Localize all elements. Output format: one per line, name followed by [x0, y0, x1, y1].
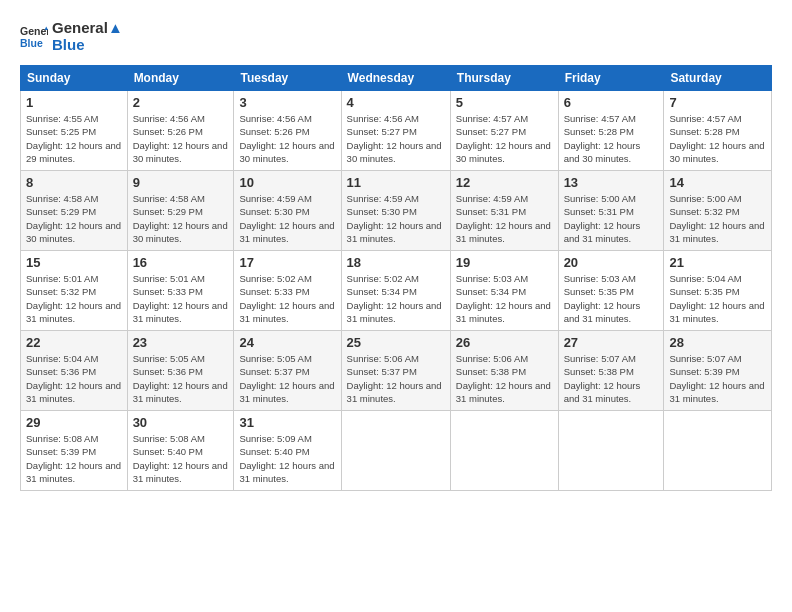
sunrise-label: Sunrise: 5:08 AM — [133, 433, 205, 444]
daylight-label: Daylight: 12 hours and 31 minutes. — [347, 220, 442, 244]
day-info: Sunrise: 5:05 AM Sunset: 5:36 PM Dayligh… — [133, 352, 229, 405]
sunrise-label: Sunrise: 5:02 AM — [347, 273, 419, 284]
sunrise-label: Sunrise: 4:59 AM — [347, 193, 419, 204]
sunrise-label: Sunrise: 4:57 AM — [456, 113, 528, 124]
calendar-cell — [558, 411, 664, 491]
calendar-body: 1 Sunrise: 4:55 AM Sunset: 5:25 PM Dayli… — [21, 91, 772, 491]
sunset-label: Sunset: 5:35 PM — [564, 286, 634, 297]
calendar-cell — [341, 411, 450, 491]
sunrise-label: Sunrise: 5:05 AM — [239, 353, 311, 364]
sunrise-label: Sunrise: 5:08 AM — [26, 433, 98, 444]
sunrise-label: Sunrise: 4:58 AM — [26, 193, 98, 204]
calendar-cell: 23 Sunrise: 5:05 AM Sunset: 5:36 PM Dayl… — [127, 331, 234, 411]
weekday-header-cell: Sunday — [21, 66, 128, 91]
day-info: Sunrise: 5:00 AM Sunset: 5:32 PM Dayligh… — [669, 192, 766, 245]
daylight-label: Daylight: 12 hours and 31 minutes. — [456, 220, 551, 244]
day-number: 8 — [26, 175, 122, 190]
sunset-label: Sunset: 5:38 PM — [564, 366, 634, 377]
daylight-label: Daylight: 12 hours and 29 minutes. — [26, 140, 121, 164]
sunrise-label: Sunrise: 5:01 AM — [26, 273, 98, 284]
calendar-row: 22 Sunrise: 5:04 AM Sunset: 5:36 PM Dayl… — [21, 331, 772, 411]
sunrise-label: Sunrise: 4:55 AM — [26, 113, 98, 124]
sunrise-label: Sunrise: 5:06 AM — [456, 353, 528, 364]
day-info: Sunrise: 5:01 AM Sunset: 5:32 PM Dayligh… — [26, 272, 122, 325]
sunset-label: Sunset: 5:26 PM — [239, 126, 309, 137]
day-number: 18 — [347, 255, 445, 270]
calendar-cell: 29 Sunrise: 5:08 AM Sunset: 5:39 PM Dayl… — [21, 411, 128, 491]
daylight-label: Daylight: 12 hours and 31 minutes. — [26, 300, 121, 324]
day-number: 17 — [239, 255, 335, 270]
daylight-label: Daylight: 12 hours and 31 minutes. — [133, 300, 228, 324]
calendar-cell: 15 Sunrise: 5:01 AM Sunset: 5:32 PM Dayl… — [21, 251, 128, 331]
sunset-label: Sunset: 5:37 PM — [347, 366, 417, 377]
calendar-cell: 25 Sunrise: 5:06 AM Sunset: 5:37 PM Dayl… — [341, 331, 450, 411]
sunset-label: Sunset: 5:36 PM — [133, 366, 203, 377]
day-number: 3 — [239, 95, 335, 110]
daylight-label: Daylight: 12 hours and 31 minutes. — [456, 300, 551, 324]
sunrise-label: Sunrise: 5:04 AM — [669, 273, 741, 284]
daylight-label: Daylight: 12 hours and 31 minutes. — [239, 220, 334, 244]
calendar-cell: 6 Sunrise: 4:57 AM Sunset: 5:28 PM Dayli… — [558, 91, 664, 171]
calendar-cell: 4 Sunrise: 4:56 AM Sunset: 5:27 PM Dayli… — [341, 91, 450, 171]
calendar-cell: 16 Sunrise: 5:01 AM Sunset: 5:33 PM Dayl… — [127, 251, 234, 331]
calendar-cell: 5 Sunrise: 4:57 AM Sunset: 5:27 PM Dayli… — [450, 91, 558, 171]
sunrise-label: Sunrise: 5:06 AM — [347, 353, 419, 364]
logo-text: General▲ Blue — [52, 20, 123, 53]
calendar-cell: 8 Sunrise: 4:58 AM Sunset: 5:29 PM Dayli… — [21, 171, 128, 251]
calendar-cell: 1 Sunrise: 4:55 AM Sunset: 5:25 PM Dayli… — [21, 91, 128, 171]
day-info: Sunrise: 4:57 AM Sunset: 5:27 PM Dayligh… — [456, 112, 553, 165]
calendar-cell: 24 Sunrise: 5:05 AM Sunset: 5:37 PM Dayl… — [234, 331, 341, 411]
sunrise-label: Sunrise: 5:07 AM — [669, 353, 741, 364]
calendar-cell: 14 Sunrise: 5:00 AM Sunset: 5:32 PM Dayl… — [664, 171, 772, 251]
sunrise-label: Sunrise: 4:57 AM — [669, 113, 741, 124]
sunrise-label: Sunrise: 5:00 AM — [564, 193, 636, 204]
day-number: 11 — [347, 175, 445, 190]
day-number: 25 — [347, 335, 445, 350]
weekday-header-cell: Friday — [558, 66, 664, 91]
day-number: 20 — [564, 255, 659, 270]
sunset-label: Sunset: 5:26 PM — [133, 126, 203, 137]
day-number: 29 — [26, 415, 122, 430]
svg-text:Blue: Blue — [20, 36, 43, 48]
day-info: Sunrise: 4:57 AM Sunset: 5:28 PM Dayligh… — [564, 112, 659, 165]
day-number: 15 — [26, 255, 122, 270]
sunset-label: Sunset: 5:40 PM — [133, 446, 203, 457]
calendar-cell: 9 Sunrise: 4:58 AM Sunset: 5:29 PM Dayli… — [127, 171, 234, 251]
sunset-label: Sunset: 5:28 PM — [564, 126, 634, 137]
calendar-row: 15 Sunrise: 5:01 AM Sunset: 5:32 PM Dayl… — [21, 251, 772, 331]
sunrise-label: Sunrise: 5:00 AM — [669, 193, 741, 204]
sunset-label: Sunset: 5:32 PM — [669, 206, 739, 217]
calendar-cell: 17 Sunrise: 5:02 AM Sunset: 5:33 PM Dayl… — [234, 251, 341, 331]
day-number: 1 — [26, 95, 122, 110]
calendar-cell: 27 Sunrise: 5:07 AM Sunset: 5:38 PM Dayl… — [558, 331, 664, 411]
sunset-label: Sunset: 5:29 PM — [26, 206, 96, 217]
sunrise-label: Sunrise: 5:03 AM — [456, 273, 528, 284]
day-info: Sunrise: 5:07 AM Sunset: 5:39 PM Dayligh… — [669, 352, 766, 405]
sunset-label: Sunset: 5:40 PM — [239, 446, 309, 457]
daylight-label: Daylight: 12 hours and 31 minutes. — [456, 380, 551, 404]
sunrise-label: Sunrise: 5:09 AM — [239, 433, 311, 444]
daylight-label: Daylight: 12 hours and 31 minutes. — [564, 220, 641, 244]
calendar-cell: 13 Sunrise: 5:00 AM Sunset: 5:31 PM Dayl… — [558, 171, 664, 251]
sunset-label: Sunset: 5:37 PM — [239, 366, 309, 377]
day-number: 24 — [239, 335, 335, 350]
day-info: Sunrise: 5:06 AM Sunset: 5:37 PM Dayligh… — [347, 352, 445, 405]
weekday-header-cell: Tuesday — [234, 66, 341, 91]
day-number: 4 — [347, 95, 445, 110]
sunset-label: Sunset: 5:31 PM — [456, 206, 526, 217]
sunset-label: Sunset: 5:28 PM — [669, 126, 739, 137]
sunrise-label: Sunrise: 4:56 AM — [133, 113, 205, 124]
weekday-header-cell: Monday — [127, 66, 234, 91]
day-info: Sunrise: 5:03 AM Sunset: 5:34 PM Dayligh… — [456, 272, 553, 325]
sunset-label: Sunset: 5:38 PM — [456, 366, 526, 377]
sunrise-label: Sunrise: 4:56 AM — [347, 113, 419, 124]
day-info: Sunrise: 4:56 AM Sunset: 5:26 PM Dayligh… — [133, 112, 229, 165]
sunset-label: Sunset: 5:34 PM — [456, 286, 526, 297]
sunrise-label: Sunrise: 5:04 AM — [26, 353, 98, 364]
daylight-label: Daylight: 12 hours and 31 minutes. — [347, 300, 442, 324]
calendar-cell: 2 Sunrise: 4:56 AM Sunset: 5:26 PM Dayli… — [127, 91, 234, 171]
calendar-cell: 10 Sunrise: 4:59 AM Sunset: 5:30 PM Dayl… — [234, 171, 341, 251]
day-info: Sunrise: 5:09 AM Sunset: 5:40 PM Dayligh… — [239, 432, 335, 485]
calendar-table: SundayMondayTuesdayWednesdayThursdayFrid… — [20, 65, 772, 491]
day-number: 2 — [133, 95, 229, 110]
